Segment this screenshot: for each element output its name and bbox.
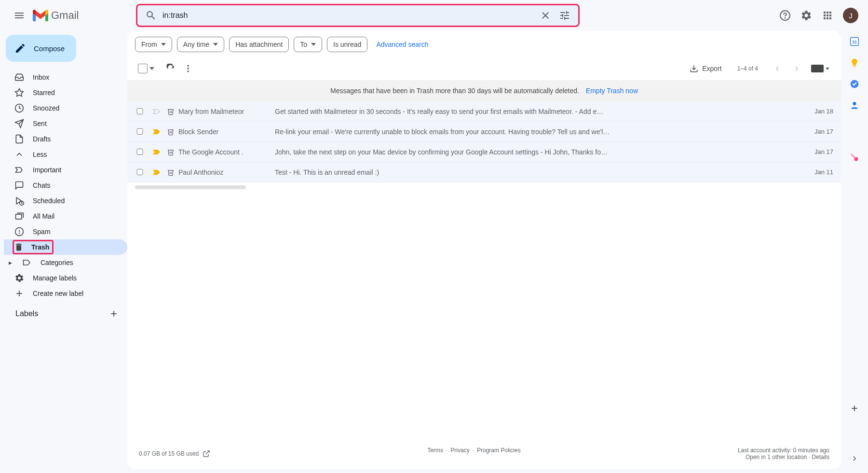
importance-icon [152, 149, 161, 155]
svg-rect-8 [16, 214, 22, 219]
row-checkbox[interactable] [135, 149, 145, 155]
settings-button[interactable] [797, 6, 816, 25]
filter-from[interactable]: From [135, 37, 172, 52]
caret-down-icon[interactable] [149, 67, 154, 70]
logo[interactable]: Gmail [31, 9, 136, 22]
details-link[interactable]: Details [812, 454, 829, 460]
account-avatar[interactable]: J [843, 8, 858, 23]
sidebar-item-trash[interactable]: Trash [4, 239, 127, 255]
main-area: From Any time Has attachment To Is unrea… [127, 31, 868, 473]
trash-badge-icon [167, 128, 176, 136]
collapse-panel-button[interactable] [850, 454, 859, 463]
sidebar-item-less[interactable]: Less [4, 147, 127, 162]
sidebar-item-create-label[interactable]: Create new label [4, 286, 127, 301]
more-vert-icon [183, 64, 193, 73]
importance-marker[interactable] [151, 169, 162, 176]
email-date: Jan 17 [804, 148, 833, 155]
email-row[interactable]: Block Sender Re-link your email - We're … [127, 122, 841, 142]
sidebar-item-scheduled[interactable]: Scheduled [4, 193, 127, 209]
trash-icon [14, 242, 24, 252]
filter-is-unread[interactable]: Is unread [327, 37, 367, 52]
caret-down-icon [826, 68, 829, 70]
sidebar: Compose Inbox Starred Snoozed Sent Draft… [0, 31, 127, 473]
tune-icon [559, 10, 570, 21]
input-tools-button[interactable] [807, 60, 833, 77]
sidebar-item-inbox[interactable]: Inbox [4, 70, 127, 85]
tasks-app-button[interactable] [850, 79, 859, 89]
export-button[interactable]: Export [685, 64, 726, 73]
row-checkbox[interactable] [135, 108, 145, 114]
sidebar-item-manage-labels[interactable]: Manage labels [4, 270, 127, 286]
main-menu-button[interactable] [8, 4, 31, 27]
sender-name: Block Sender [178, 128, 275, 136]
caret-down-icon [311, 43, 316, 46]
select-all-checkbox[interactable] [138, 64, 148, 73]
sidebar-item-starred[interactable]: Starred [4, 85, 127, 100]
policies-link[interactable]: Program Policies [477, 447, 521, 460]
next-page-button[interactable] [788, 60, 805, 77]
refresh-button[interactable] [162, 60, 179, 77]
add-addon-button[interactable] [850, 403, 859, 413]
privacy-link[interactable]: Privacy [450, 447, 469, 460]
clear-search-button[interactable] [536, 6, 555, 25]
sidebar-item-spam[interactable]: Spam [4, 224, 127, 239]
email-row[interactable]: Paul Anthonioz Test - Hi. This is an unr… [127, 162, 841, 182]
addon-button[interactable] [850, 153, 859, 162]
svg-marker-2 [15, 89, 24, 97]
pencil-icon [14, 42, 26, 54]
footer-links: Terms· Privacy· Program Policies [427, 447, 520, 460]
sidebar-item-drafts[interactable]: Drafts [4, 131, 127, 147]
meteor-icon [850, 153, 859, 162]
horizontal-scroll-indicator[interactable] [135, 185, 246, 189]
importance-marker[interactable] [151, 128, 162, 135]
sidebar-item-categories[interactable]: ▸Categories [4, 255, 127, 270]
plus-icon [850, 403, 859, 413]
sidebar-item-all-mail[interactable]: All Mail [4, 209, 127, 224]
svg-point-11 [19, 233, 20, 234]
search-button[interactable] [141, 6, 161, 25]
open-external-icon[interactable] [203, 450, 210, 458]
chevron-right-icon [792, 64, 801, 73]
importance-icon [152, 128, 161, 135]
terms-link[interactable]: Terms [427, 447, 443, 460]
filter-any-time[interactable]: Any time [177, 37, 224, 52]
advanced-search-link[interactable]: Advanced search [372, 41, 428, 48]
importance-icon [152, 108, 161, 115]
row-checkbox[interactable] [135, 128, 145, 135]
importance-marker[interactable] [151, 108, 162, 115]
row-checkbox[interactable] [135, 169, 145, 175]
importance-icon [152, 169, 161, 176]
importance-marker[interactable] [151, 149, 162, 155]
sidebar-item-chats[interactable]: Chats [4, 178, 127, 193]
empty-trash-link[interactable]: Empty Trash now [586, 87, 638, 95]
filter-to[interactable]: To [294, 37, 322, 52]
apps-button[interactable] [818, 6, 837, 25]
calendar-app-button[interactable]: 31 [850, 37, 859, 46]
add-label-button[interactable] [109, 309, 119, 319]
email-row[interactable]: The Google Account . John, take the next… [127, 142, 841, 162]
prev-page-button[interactable] [769, 60, 786, 77]
chevron-left-icon [773, 64, 782, 73]
sender-name: The Google Account . [178, 148, 275, 156]
sidebar-item-snoozed[interactable]: Snoozed [4, 100, 127, 116]
support-button[interactable] [775, 6, 795, 25]
svg-text:31: 31 [852, 40, 857, 44]
calendar-icon: 31 [850, 37, 859, 46]
chevron-up-icon [14, 150, 24, 159]
email-content: Test - Hi. This is an unread email :) [275, 168, 804, 176]
file-icon [14, 134, 24, 144]
compose-button[interactable]: Compose [6, 35, 76, 62]
chevron-right-icon [850, 454, 859, 463]
download-icon [690, 64, 698, 73]
sidebar-item-sent[interactable]: Sent [4, 116, 127, 131]
search-input[interactable] [161, 11, 536, 20]
sidebar-item-important[interactable]: Important [4, 162, 127, 178]
email-row[interactable]: Mary from Mailmeteor Get started with Ma… [127, 101, 841, 122]
keep-app-button[interactable] [850, 58, 859, 68]
contacts-app-button[interactable] [850, 100, 859, 110]
tag-icon [22, 258, 32, 267]
search-options-button[interactable] [555, 6, 574, 25]
filter-has-attachment[interactable]: Has attachment [229, 37, 289, 52]
close-icon [540, 10, 551, 21]
more-button[interactable] [179, 60, 197, 77]
